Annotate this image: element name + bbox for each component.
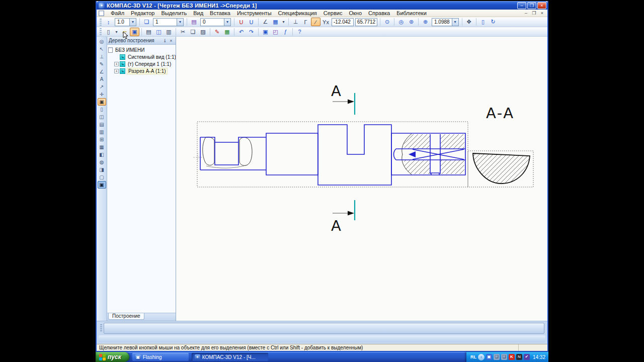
keyway-hatch-right[interactable] xyxy=(239,137,252,165)
tray-network-icon[interactable]: ▣ xyxy=(486,354,492,360)
section-marker-bottom[interactable]: А xyxy=(331,200,355,234)
start-button[interactable]: пуск xyxy=(96,352,129,362)
chevron-down-icon[interactable]: ▾ xyxy=(129,19,136,26)
drag-handle[interactable] xyxy=(100,324,102,332)
views-panel-icon[interactable]: ◫ xyxy=(98,113,106,121)
sep[interactable] xyxy=(476,18,476,26)
keyway-hatch-left[interactable] xyxy=(203,137,214,165)
copy-properties-icon[interactable]: ✎ xyxy=(212,28,222,36)
coordinate-x-input[interactable] xyxy=(332,18,354,26)
chevron-down-icon[interactable]: ▾ xyxy=(224,19,230,26)
specification-icon[interactable]: ▦ xyxy=(222,28,232,36)
chevron-down-icon[interactable]: ▾ xyxy=(452,19,458,26)
shaft-outline[interactable] xyxy=(200,125,465,185)
report-panel-icon[interactable]: ◨ xyxy=(98,166,106,173)
designations-panel-icon[interactable]: ▣ xyxy=(98,98,106,106)
section-marker-top[interactable]: А xyxy=(331,82,355,115)
tray-display-icon[interactable]: ❏ xyxy=(494,354,500,360)
tab-construction[interactable]: Построение xyxy=(108,313,144,320)
sep[interactable] xyxy=(139,18,140,26)
view-boundary-main[interactable] xyxy=(197,122,468,187)
sep[interactable] xyxy=(210,28,210,36)
copy-icon[interactable]: ❏ xyxy=(188,28,198,36)
fragment-panel-icon[interactable]: ▢ xyxy=(98,173,106,181)
new-dropdown-icon[interactable]: ▾ xyxy=(114,28,119,36)
sep[interactable] xyxy=(292,28,293,36)
sep[interactable] xyxy=(234,18,234,26)
hatch-regions[interactable] xyxy=(203,134,464,174)
sep[interactable] xyxy=(234,28,234,36)
tree-item-section-a-a[interactable]: + ↳ Разрез А-А (1:1) xyxy=(108,67,175,74)
ortho-drawing-icon[interactable]: ∕ xyxy=(311,18,320,26)
tray-antivirus-icon[interactable]: K xyxy=(509,354,515,360)
minimize-button[interactable]: – xyxy=(517,2,526,9)
tray-connection-icon[interactable]: ❏ xyxy=(501,354,507,360)
zoom-selected-icon[interactable]: ⊛ xyxy=(407,18,416,26)
show-page-icon[interactable]: ▯ xyxy=(478,18,488,26)
variables-icon[interactable]: ▣ xyxy=(261,28,270,36)
shaft-hatch-bottom-left[interactable] xyxy=(404,160,430,174)
menu-libraries[interactable]: Библиотеки xyxy=(393,10,430,16)
toolbar-grip[interactable] xyxy=(100,19,102,26)
mdi-minimize-button[interactable]: – xyxy=(523,10,529,17)
zoom-scale-combo[interactable]: 1.0988 ▾ xyxy=(432,18,459,26)
current-layer-icon[interactable]: ▤ xyxy=(189,18,199,26)
toolbar-grip[interactable] xyxy=(100,28,102,35)
grid-dropdown-icon[interactable]: ▾ xyxy=(281,18,286,26)
pan-icon[interactable]: ✥ xyxy=(464,18,474,26)
grid-panel-icon[interactable]: ▦ xyxy=(98,143,106,151)
chevron-down-icon[interactable]: ▾ xyxy=(177,19,183,26)
sep[interactable] xyxy=(462,18,462,26)
tray-shield-icon[interactable]: ✔ xyxy=(524,354,530,360)
zoom-by-points-icon[interactable]: ◎ xyxy=(396,18,406,26)
library-manager-icon[interactable]: ◰ xyxy=(271,28,280,36)
properties-panel-icon[interactable]: ▣ xyxy=(98,181,106,189)
menu-editor[interactable]: Редактор xyxy=(128,10,157,16)
mdi-close-button[interactable]: × xyxy=(539,10,545,17)
sep[interactable] xyxy=(380,18,380,26)
section-view-a-a-shape[interactable] xyxy=(473,153,530,184)
menu-specification[interactable]: Спецификация xyxy=(275,10,320,16)
pen-tool-icon[interactable]: ✎ xyxy=(98,60,106,68)
expand-icon[interactable]: + xyxy=(114,62,119,66)
insert-panel-icon[interactable]: ⊞ xyxy=(98,136,106,143)
tray-ime-icon[interactable]: N xyxy=(516,354,522,360)
tree-item-root[interactable]: БЕЗ ИМЕНИ xyxy=(108,46,175,53)
menu-tools[interactable]: Инструменты xyxy=(234,10,275,16)
layers-panel-icon[interactable]: ▤ xyxy=(98,121,106,128)
sep[interactable] xyxy=(394,18,394,26)
sep[interactable] xyxy=(288,18,289,26)
print-task-icon[interactable]: ▥ xyxy=(164,28,174,36)
current-layer-combo[interactable]: 0 ▾ xyxy=(200,18,231,26)
blocks-panel-icon[interactable]: ▥ xyxy=(98,128,106,136)
shaft-hatch-top-right[interactable] xyxy=(440,134,464,149)
menu-file[interactable]: Файл xyxy=(108,10,127,16)
menu-insert[interactable]: Вставка xyxy=(207,10,233,16)
menu-view[interactable]: Вид xyxy=(190,10,206,16)
menu-help[interactable]: Справка xyxy=(365,10,393,16)
zoom-in-icon[interactable]: ⊕ xyxy=(421,18,430,26)
shaft-hatch-top-left[interactable] xyxy=(404,134,430,149)
help-mode-icon[interactable]: ? xyxy=(295,28,304,36)
new-document-icon[interactable]: ▯ xyxy=(104,28,113,36)
task-flashing[interactable]: ▣ Flashing xyxy=(132,353,189,361)
grid-icon[interactable]: ▦ xyxy=(271,18,280,26)
fx-icon[interactable]: ƒ xyxy=(281,28,290,36)
menu-service[interactable]: Сервис xyxy=(320,10,346,16)
print-icon[interactable]: ▤ xyxy=(144,28,153,36)
text-tool-icon[interactable]: A xyxy=(98,75,106,83)
measure-panel-icon[interactable]: ◍ xyxy=(98,158,106,166)
refresh-view-icon[interactable]: ↻ xyxy=(489,18,498,26)
current-view-icon[interactable]: ❏ xyxy=(142,18,151,26)
local-axes-icon[interactable]: ⊥ xyxy=(291,18,300,26)
paste-icon[interactable]: ▨ xyxy=(198,28,208,36)
angle-tool-icon[interactable]: ∠ xyxy=(98,68,106,75)
parameterization-tool-icon[interactable]: ✛ xyxy=(98,90,106,98)
hide-icons-chevron[interactable]: ‹ xyxy=(478,354,485,360)
cursor-step-icon[interactable]: ↕ xyxy=(104,18,113,26)
tree-item-front-view[interactable]: + ↳ (т) Спереди 1 (1:1) xyxy=(108,60,175,67)
cut-icon[interactable]: ✂ xyxy=(178,28,188,36)
document-icon[interactable] xyxy=(99,11,104,16)
tree-item-system-view[interactable]: ↳ Системный вид (1:1) xyxy=(108,53,175,60)
menu-select[interactable]: Выделить xyxy=(158,10,190,16)
